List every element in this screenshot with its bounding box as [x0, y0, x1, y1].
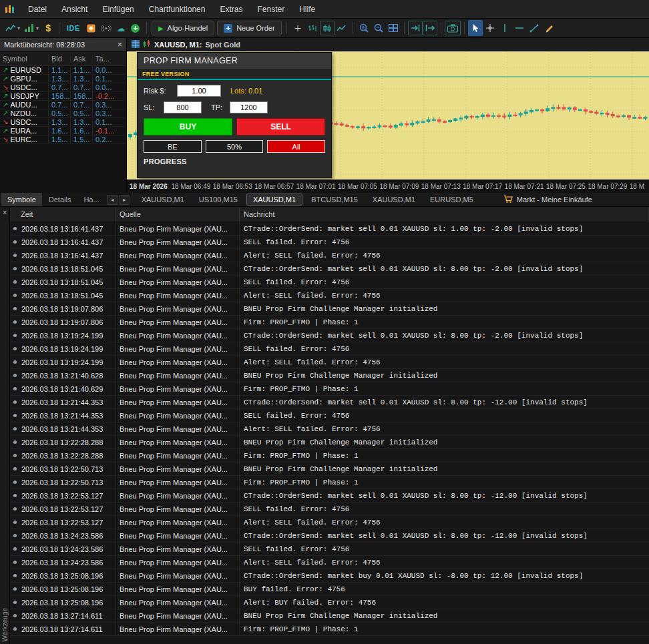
cloud-icon[interactable]: ☁	[114, 20, 128, 36]
risk-input[interactable]	[177, 85, 221, 97]
chart-style-dropdown-button[interactable]: ▾	[3, 20, 22, 36]
toolbox-close-icon[interactable]: ×	[3, 209, 7, 216]
menu-item-einf-gen[interactable]: Einfügen	[95, 0, 141, 18]
log-row[interactable]: 2026.03.18 13:24:23.586Bneu Prop Firm Ma…	[10, 556, 649, 569]
log-row[interactable]: 2026.03.18 13:16:41.437Bneu Prop Firm Ma…	[10, 236, 649, 249]
camera-icon[interactable]	[445, 21, 461, 35]
zoom-out-icon[interactable]	[371, 20, 386, 36]
market-watch-row[interactable]: ↗USDJPY158...158...-0.2...	[0, 92, 126, 101]
log-row[interactable]: 2026.03.18 13:24:23.586Bneu Prop Firm Ma…	[10, 529, 649, 543]
tab-scroll-right-icon[interactable]: ►	[120, 195, 130, 205]
market-watch-row[interactable]: ↗AUDU...0.7...0.7...0.3...	[0, 101, 126, 109]
tile-windows-icon[interactable]	[386, 20, 401, 36]
log-row[interactable]: 2026.03.18 13:18:51.045Bneu Prop Firm Ma…	[10, 262, 649, 276]
log-row[interactable]: 2026.03.18 13:22:50.713Bneu Prop Firm Ma…	[10, 462, 649, 476]
log-row[interactable]: 2026.03.18 13:19:07.806Bneu Prop Firm Ma…	[10, 302, 649, 316]
tabs-row: SymboleDetailsHa...◄► XAUUSD,M1US100,M15…	[0, 193, 649, 207]
vertical-line-tool-icon[interactable]	[497, 20, 512, 36]
log-row[interactable]: 2026.03.18 13:19:24.199Bneu Prop Firm Ma…	[10, 356, 649, 369]
market-watch-row[interactable]: ↗NZDU...0.5...0.5...0.3...	[0, 109, 126, 118]
menu-item-chartfunktionen[interactable]: Chartfunktionen	[142, 0, 213, 18]
chart-shift-icon[interactable]	[423, 21, 437, 35]
chart-tab-us100-m15[interactable]: US100,M15	[193, 194, 244, 205]
market-watch-row[interactable]: ↘USDC...1.3...1.3...0.1...	[0, 118, 126, 127]
log-row[interactable]: 2026.03.18 13:21:40.629Bneu Prop Firm Ma…	[10, 382, 649, 396]
menu-item-extras[interactable]: Extras	[212, 0, 250, 18]
log-row[interactable]: 2026.03.18 13:25:08.196Bneu Prop Firm Ma…	[10, 569, 649, 583]
candlestick-mode-icon[interactable]	[320, 21, 335, 35]
log-row[interactable]: 2026.03.18 13:19:24.199Bneu Prop Firm Ma…	[10, 342, 649, 356]
close-all-button[interactable]: All	[267, 140, 325, 153]
metaeditor-icon[interactable]	[84, 20, 99, 36]
buy-button[interactable]: BUY	[144, 118, 232, 135]
log-row[interactable]: 2026.03.18 13:22:53.127Bneu Prop Firm Ma…	[10, 503, 649, 516]
chart-canvas[interactable]: PROP FIRM MANAGER FREE VERSION Risk $: L…	[127, 51, 649, 180]
log-row[interactable]: 2026.03.18 13:22:50.713Bneu Prop Firm Ma…	[10, 476, 649, 489]
crosshair-icon[interactable]	[483, 20, 497, 36]
new-order-button[interactable]: + Neue Order	[217, 21, 281, 35]
tab-ha[interactable]: Ha...	[77, 193, 105, 206]
line-chart-mode-icon[interactable]	[335, 20, 349, 36]
zoom-in-icon[interactable]	[357, 20, 371, 36]
log-row[interactable]: 2026.03.18 13:21:44.353Bneu Prop Firm Ma…	[10, 422, 649, 436]
log-row[interactable]: 2026.03.18 13:22:53.127Bneu Prop Firm Ma…	[10, 489, 649, 503]
log-time: 2026.03.18 13:21:40.628	[10, 369, 116, 382]
log-row[interactable]: 2026.03.18 13:16:41.437Bneu Prop Firm Ma…	[10, 222, 649, 236]
log-row[interactable]: 2026.03.18 13:21:44.353Bneu Prop Firm Ma…	[10, 396, 649, 409]
menu-item-hilfe[interactable]: Hilfe	[292, 0, 322, 18]
menu-item-datei[interactable]: Datei	[21, 0, 54, 18]
log-row[interactable]: 2026.03.18 13:19:07.806Bneu Prop Firm Ma…	[10, 316, 649, 329]
ide-button[interactable]: IDE	[63, 20, 84, 36]
tp-input[interactable]	[230, 101, 268, 113]
new-chart-icon[interactable]	[290, 20, 305, 36]
market-watch-row[interactable]: ↘EURC...1.5...1.5...0.2...	[0, 135, 126, 144]
chart-tab-xauusd-m1[interactable]: XAUUSD,M1	[367, 194, 421, 205]
market-watch-row[interactable]: ↗EURUSD1.1...1.1...0.0...	[0, 66, 126, 75]
bar-chart-mode-icon[interactable]	[305, 20, 320, 36]
chart-tab-eurusd-m5[interactable]: EURUSD,M5	[424, 194, 479, 205]
chart-tab-btcusd-m15[interactable]: BTCUSD,M15	[305, 194, 364, 205]
menu-item-fenster[interactable]: Fenster	[250, 0, 292, 18]
market-watch-row[interactable]: ↗GBPU...1.3...1.3...0.1...	[0, 75, 126, 83]
cursor-icon[interactable]	[468, 20, 483, 36]
chart-tab-xauusd-m1[interactable]: XAUUSD,M1	[136, 194, 190, 205]
log-row[interactable]: 2026.03.18 13:18:51.045Bneu Prop Firm Ma…	[10, 289, 649, 302]
log-row[interactable]: 2026.03.18 13:27:14.611Bneu Prop Firm Ma…	[10, 623, 649, 636]
tab-scroll-left-icon[interactable]: ◄	[107, 195, 118, 205]
log-row[interactable]: 2026.03.18 13:18:51.045Bneu Prop Firm Ma…	[10, 276, 649, 289]
auto-scroll-icon[interactable]	[408, 21, 423, 35]
menu-item-ansicht[interactable]: Ansicht	[54, 0, 95, 18]
log-row[interactable]: 2026.03.18 13:27:14.611Bneu Prop Firm Ma…	[10, 609, 649, 623]
log-row[interactable]: 2026.03.18 13:22:28.288Bneu Prop Firm Ma…	[10, 449, 649, 462]
pencil-icon[interactable]	[542, 20, 556, 36]
toolbox-panel: × Werkzeuge ZeitQuelleNachricht 2026.03.…	[0, 207, 649, 644]
log-row[interactable]: 2026.03.18 13:16:41.437Bneu Prop Firm Ma…	[10, 249, 649, 262]
market-watch-row[interactable]: ↗EURA...1.6...1.6...-0.1...	[0, 127, 126, 135]
market-shop-tab[interactable]: Markt - Meine Einkäufe	[503, 193, 592, 206]
close-half-button[interactable]: 50%	[206, 140, 264, 153]
market-watch-row[interactable]: ↘USDC...0.7...0.7...0.0...	[0, 83, 126, 92]
breakeven-button[interactable]: BE	[144, 140, 202, 153]
log-row[interactable]: 2026.03.18 13:25:08.196Bneu Prop Firm Ma…	[10, 583, 649, 596]
log-row[interactable]: 2026.03.18 13:24:23.586Bneu Prop Firm Ma…	[10, 543, 649, 556]
log-row[interactable]: 2026.03.18 13:22:28.288Bneu Prop Firm Ma…	[10, 436, 649, 449]
log-row[interactable]: 2026.03.18 13:21:40.628Bneu Prop Firm Ma…	[10, 369, 649, 382]
sell-button[interactable]: SELL	[236, 118, 325, 135]
horizontal-line-tool-icon[interactable]	[512, 20, 527, 36]
algo-trading-button[interactable]: ▶ Algo-Handel	[152, 21, 214, 35]
log-row[interactable]: 2026.03.18 13:21:44.353Bneu Prop Firm Ma…	[10, 409, 649, 422]
log-row[interactable]: 2026.03.18 13:25:08.196Bneu Prop Firm Ma…	[10, 596, 649, 609]
close-icon[interactable]: ×	[118, 41, 122, 49]
tp-label: TP:	[211, 103, 230, 111]
trendline-tool-icon[interactable]	[527, 20, 542, 36]
broadcast-icon[interactable]	[99, 20, 114, 36]
sl-input[interactable]	[164, 101, 202, 113]
tab-details[interactable]: Details	[43, 193, 77, 206]
chart-period-dropdown-button[interactable]: ▾	[22, 20, 41, 36]
tab-symbole[interactable]: Symbole	[1, 193, 42, 206]
chart-tab-xauusd-m1[interactable]: XAUUSD,M1	[246, 194, 302, 206]
log-row[interactable]: 2026.03.18 13:22:53.127Bneu Prop Firm Ma…	[10, 516, 649, 529]
deposit-button[interactable]: $	[41, 20, 55, 36]
log-row[interactable]: 2026.03.18 13:19:24.199Bneu Prop Firm Ma…	[10, 329, 649, 342]
add-account-icon[interactable]: +	[128, 20, 143, 36]
